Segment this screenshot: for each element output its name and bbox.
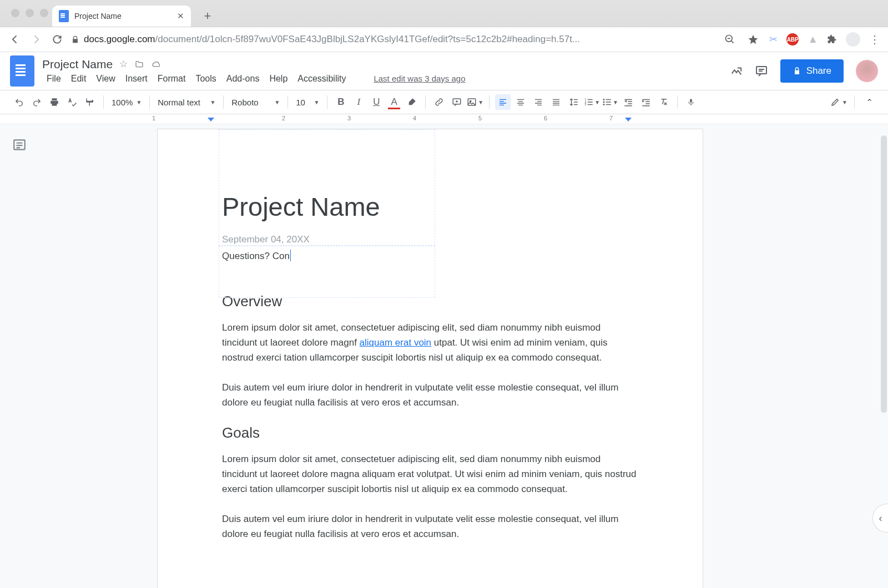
menu-view[interactable]: View bbox=[92, 73, 119, 85]
menu-insert[interactable]: Insert bbox=[121, 73, 152, 85]
redo-icon[interactable] bbox=[29, 94, 44, 110]
activity-icon[interactable] bbox=[730, 65, 743, 77]
last-edit-link[interactable]: Last edit was 3 days ago bbox=[374, 74, 465, 83]
menu-tools[interactable]: Tools bbox=[191, 73, 220, 85]
doc-date[interactable]: September 04, 20XX bbox=[222, 234, 638, 245]
address-bar: docs.google.com /document/d/1olcn-5f897w… bbox=[0, 27, 888, 52]
side-panel-toggle-icon[interactable]: ‹ bbox=[872, 504, 888, 533]
document-outline-icon[interactable] bbox=[12, 138, 27, 152]
abp-extension-icon[interactable]: ABP bbox=[786, 33, 799, 45]
doc-inline-link[interactable]: aliquam erat voin bbox=[360, 337, 431, 348]
docs-logo-icon[interactable] bbox=[10, 55, 34, 87]
new-tab-button[interactable]: + bbox=[199, 7, 216, 25]
menu-addons[interactable]: Add-ons bbox=[222, 73, 264, 85]
svg-point-4 bbox=[470, 100, 471, 102]
left-indent-marker[interactable] bbox=[208, 118, 214, 121]
svg-point-10 bbox=[603, 104, 605, 105]
paint-format-icon[interactable] bbox=[82, 94, 98, 110]
tab-close-icon[interactable]: ✕ bbox=[177, 11, 184, 21]
window-controls[interactable] bbox=[11, 9, 48, 17]
numbered-list-icon[interactable]: 123▼ bbox=[584, 94, 600, 110]
font-size-select[interactable]: 10▼ bbox=[294, 98, 321, 107]
extensions-icon[interactable] bbox=[827, 34, 837, 44]
menu-accessibility[interactable]: Accessibility bbox=[293, 73, 350, 85]
lock-icon bbox=[793, 66, 801, 76]
horizontal-ruler[interactable]: 1 2 3 4 5 6 7 bbox=[0, 114, 888, 124]
vertical-scrollbar[interactable] bbox=[881, 135, 887, 413]
svg-text:3: 3 bbox=[585, 103, 587, 106]
menu-edit[interactable]: Edit bbox=[67, 73, 91, 85]
print-icon[interactable] bbox=[47, 94, 62, 110]
menu-format[interactable]: Format bbox=[153, 73, 190, 85]
chrome-menu-icon[interactable]: ⋮ bbox=[869, 33, 880, 46]
svg-rect-1 bbox=[756, 67, 766, 74]
document-canvas[interactable]: Project Name September 04, 20XX Question… bbox=[0, 124, 888, 588]
paragraph-style-select[interactable]: Normal text▼ bbox=[155, 98, 218, 107]
undo-icon[interactable] bbox=[11, 94, 27, 110]
doc-heading-goals[interactable]: Goals bbox=[222, 424, 638, 442]
format-toolbar: 100%▼ Normal text▼ Roboto▼ 10▼ B I U A ▼… bbox=[0, 90, 888, 114]
font-family-select[interactable]: Roboto▼ bbox=[229, 98, 282, 107]
svg-point-8 bbox=[603, 99, 605, 100]
text-color-icon[interactable]: A bbox=[386, 94, 402, 110]
bold-icon[interactable]: B bbox=[333, 94, 349, 110]
insert-comment-icon[interactable] bbox=[449, 94, 465, 110]
editing-mode-icon[interactable]: ▼ bbox=[830, 94, 847, 110]
menu-help[interactable]: Help bbox=[265, 73, 292, 85]
align-left-icon[interactable] bbox=[495, 94, 511, 110]
doc-questions-line[interactable]: Questions? Con bbox=[222, 250, 291, 262]
browser-tab[interactable]: Project Name ✕ bbox=[52, 6, 191, 27]
comments-icon[interactable] bbox=[755, 64, 768, 78]
outdent-icon[interactable] bbox=[620, 94, 636, 110]
share-button[interactable]: Share bbox=[780, 59, 844, 83]
zoom-icon[interactable] bbox=[723, 32, 737, 47]
scissors-extension-icon[interactable]: ✂ bbox=[769, 33, 778, 45]
collapse-toolbar-icon[interactable]: ⌃ bbox=[861, 94, 877, 110]
doc-heading-title[interactable]: Project Name bbox=[222, 191, 638, 222]
window-close-icon[interactable] bbox=[11, 9, 19, 17]
doc-paragraph[interactable]: Duis autem vel eum iriure dolor in hendr… bbox=[222, 380, 638, 410]
lock-icon bbox=[71, 36, 79, 44]
zoom-select[interactable]: 100%▼ bbox=[109, 98, 144, 107]
nav-back-button[interactable] bbox=[8, 32, 22, 47]
doc-paragraph[interactable]: Lorem ipsum dolor sit amet, consectetuer… bbox=[222, 452, 638, 497]
docs-header: Project Name ☆ File Edit View Insert For… bbox=[0, 52, 888, 90]
doc-paragraph[interactable]: Lorem ipsum dolor sit amet, consectetuer… bbox=[222, 320, 638, 366]
insert-link-icon[interactable] bbox=[431, 94, 447, 110]
bulleted-list-icon[interactable]: ▼ bbox=[602, 94, 618, 110]
menu-file[interactable]: File bbox=[42, 73, 65, 85]
clear-formatting-icon[interactable] bbox=[656, 94, 672, 110]
chrome-profile-avatar[interactable] bbox=[846, 32, 860, 47]
window-zoom-icon[interactable] bbox=[40, 9, 48, 17]
window-minimize-icon[interactable] bbox=[26, 9, 34, 17]
nav-forward-button[interactable] bbox=[29, 32, 43, 47]
text-cursor bbox=[290, 250, 291, 261]
url-host: docs.google.com bbox=[84, 34, 155, 45]
highlight-icon[interactable] bbox=[404, 94, 420, 110]
url-field[interactable]: docs.google.com /document/d/1olcn-5f897w… bbox=[71, 34, 716, 45]
svg-point-9 bbox=[603, 102, 605, 103]
move-folder-icon[interactable] bbox=[134, 60, 144, 69]
underline-icon[interactable]: U bbox=[369, 94, 384, 110]
menu-bar: File Edit View Insert Format Tools Add-o… bbox=[42, 73, 723, 85]
line-spacing-icon[interactable] bbox=[566, 94, 582, 110]
bookmark-star-icon[interactable] bbox=[746, 32, 760, 47]
voice-typing-icon[interactable] bbox=[683, 94, 699, 110]
document-title[interactable]: Project Name bbox=[42, 58, 113, 71]
spellcheck-icon[interactable] bbox=[64, 94, 80, 110]
align-center-icon[interactable] bbox=[513, 94, 528, 110]
doc-heading-overview[interactable]: Overview bbox=[222, 293, 638, 310]
align-right-icon[interactable] bbox=[531, 94, 546, 110]
insert-image-icon[interactable]: ▼ bbox=[467, 94, 483, 110]
right-indent-marker[interactable] bbox=[625, 118, 632, 121]
google-account-avatar[interactable] bbox=[856, 60, 878, 82]
document-page[interactable]: Project Name September 04, 20XX Question… bbox=[157, 129, 703, 588]
align-justify-icon[interactable] bbox=[548, 94, 564, 110]
doc-paragraph[interactable]: Duis autem vel eum iriure dolor in hendr… bbox=[222, 511, 638, 541]
indent-icon[interactable] bbox=[638, 94, 654, 110]
nav-reload-button[interactable] bbox=[50, 32, 64, 47]
italic-icon[interactable]: I bbox=[351, 94, 366, 110]
star-icon[interactable]: ☆ bbox=[119, 58, 128, 70]
drive-extension-icon[interactable]: ▲ bbox=[808, 33, 818, 45]
cloud-status-icon[interactable] bbox=[151, 60, 162, 68]
